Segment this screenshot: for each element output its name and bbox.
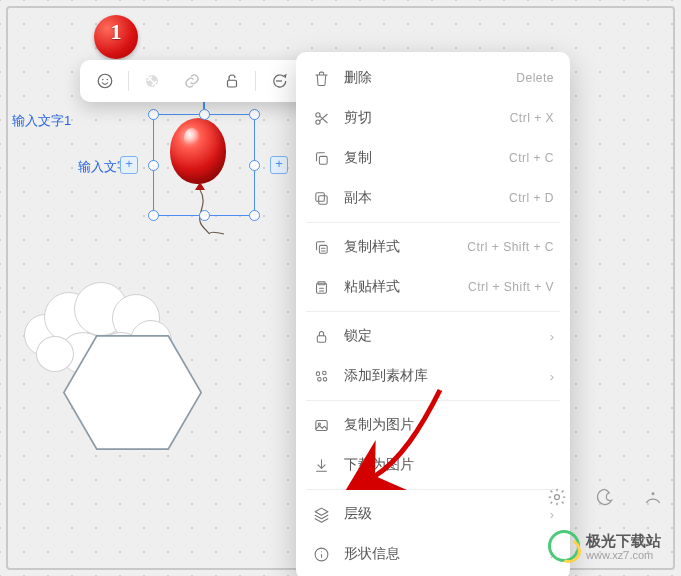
context-menu: 删除 Delete 剪切 Ctrl + X 复制 Ctrl + C 副本 Ctr… <box>296 52 570 576</box>
menu-item-delete[interactable]: 删除 Delete <box>296 58 570 98</box>
menu-item-add-material[interactable]: 添加到素材库 › <box>296 356 570 396</box>
menu-label: 复制为图片 <box>344 416 554 434</box>
trash-icon <box>312 69 330 87</box>
image-icon <box>312 416 330 434</box>
emoji-icon[interactable] <box>86 66 124 96</box>
menu-item-shape-info[interactable]: 形状信息 › <box>296 534 570 574</box>
menu-label: 复制 <box>344 149 495 167</box>
menu-item-layer[interactable]: 层级 › <box>296 494 570 534</box>
paste-style-icon <box>312 278 330 296</box>
svg-point-2 <box>107 79 109 81</box>
watermark: 极光下载站 www.xz7.com <box>548 530 661 562</box>
svg-point-17 <box>317 377 321 381</box>
svg-rect-9 <box>318 195 327 204</box>
palette-icon <box>312 367 330 385</box>
svg-point-24 <box>555 495 560 500</box>
theme-icon[interactable] <box>595 487 615 510</box>
menu-shortcut: Ctrl + D <box>509 191 554 205</box>
svg-point-0 <box>98 74 112 88</box>
badge-number: 1 <box>94 19 138 45</box>
menu-shortcut: Ctrl + Shift + V <box>468 280 554 294</box>
menu-label: 剪切 <box>344 109 496 127</box>
bottom-right-toolbar <box>547 487 663 510</box>
watermark-url: www.xz7.com <box>586 549 661 561</box>
toolbar-separator <box>128 71 129 91</box>
menu-label: 添加到素材库 <box>344 367 536 385</box>
connector-handle-e[interactable]: + <box>270 156 288 174</box>
canvas-area[interactable]: 1 输入文字1 输入文字1 + + <box>0 0 681 576</box>
menu-label: 粘贴样式 <box>344 278 454 296</box>
comment-icon[interactable] <box>260 66 298 96</box>
resize-handle-br[interactable] <box>249 210 260 221</box>
svg-point-16 <box>322 371 326 375</box>
chevron-right-icon: › <box>550 369 554 384</box>
help-icon[interactable] <box>643 487 663 510</box>
menu-label: 层级 <box>344 505 536 523</box>
menu-label: 副本 <box>344 189 495 207</box>
menu-item-cut[interactable]: 剪切 Ctrl + X <box>296 98 570 138</box>
layers-icon <box>312 505 330 523</box>
menu-label: 形状信息 <box>344 545 536 563</box>
svg-rect-19 <box>315 420 326 430</box>
info-icon <box>312 545 330 563</box>
copy-icon <box>312 149 330 167</box>
menu-item-copy-style[interactable]: 复制样式 Ctrl + Shift + C <box>296 227 570 267</box>
svg-rect-10 <box>315 192 324 201</box>
resize-handle-tl[interactable] <box>148 109 159 120</box>
text-label-1[interactable]: 输入文字1 <box>12 112 71 130</box>
svg-rect-4 <box>228 80 237 87</box>
svg-point-1 <box>102 79 104 81</box>
svg-rect-14 <box>317 335 326 341</box>
selection-box[interactable]: + + <box>153 114 255 216</box>
menu-shortcut: Ctrl + C <box>509 151 554 165</box>
transparency-icon[interactable] <box>133 66 171 96</box>
menu-separator <box>306 222 560 223</box>
duplicate-icon <box>312 189 330 207</box>
menu-item-copy-as-image[interactable]: 复制为图片 <box>296 405 570 445</box>
resize-handle-b[interactable] <box>199 210 210 221</box>
download-icon <box>312 456 330 474</box>
menu-label: 锁定 <box>344 327 536 345</box>
svg-rect-11 <box>319 245 327 253</box>
menu-shortcut: Ctrl + Shift + C <box>467 240 554 254</box>
scissors-icon <box>312 109 330 127</box>
svg-rect-8 <box>319 156 327 164</box>
menu-item-copy[interactable]: 复制 Ctrl + C <box>296 138 570 178</box>
menu-separator <box>306 489 560 490</box>
resize-handle-bl[interactable] <box>148 210 159 221</box>
menu-separator <box>306 400 560 401</box>
menu-label: 复制样式 <box>344 238 453 256</box>
menu-label: 下载为图片 <box>344 456 554 474</box>
resize-handle-l[interactable] <box>148 160 159 171</box>
menu-label: 删除 <box>344 69 502 87</box>
menu-shortcut: Delete <box>516 71 554 85</box>
lock-icon <box>312 327 330 345</box>
unlock-icon[interactable] <box>213 66 251 96</box>
menu-shortcut: Ctrl + X <box>510 111 554 125</box>
hexagon-shape[interactable] <box>60 330 205 455</box>
toolbar-separator <box>255 71 256 91</box>
menu-item-lock[interactable]: 锁定 › <box>296 316 570 356</box>
svg-point-20 <box>318 423 320 425</box>
svg-point-18 <box>323 377 327 381</box>
link-icon[interactable] <box>173 66 211 96</box>
resize-handle-t[interactable] <box>199 109 210 120</box>
watermark-logo-icon <box>548 530 580 562</box>
copy-style-icon <box>312 238 330 256</box>
watermark-title: 极光下载站 <box>586 532 661 551</box>
svg-point-25 <box>652 493 654 495</box>
resize-handle-tr[interactable] <box>249 109 260 120</box>
menu-item-paste-style[interactable]: 粘贴样式 Ctrl + Shift + V <box>296 267 570 307</box>
menu-item-duplicate[interactable]: 副本 Ctrl + D <box>296 178 570 218</box>
connector-handle-w[interactable]: + <box>120 156 138 174</box>
chevron-right-icon: › <box>550 329 554 344</box>
svg-point-15 <box>316 371 320 375</box>
menu-item-download-image[interactable]: 下载为图片 <box>296 445 570 485</box>
menu-separator <box>306 311 560 312</box>
settings-icon[interactable] <box>547 487 567 510</box>
resize-handle-r[interactable] <box>249 160 260 171</box>
